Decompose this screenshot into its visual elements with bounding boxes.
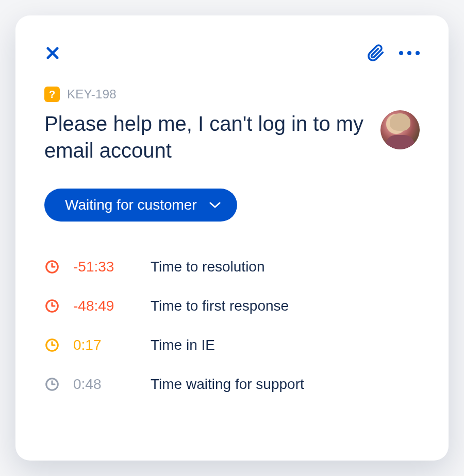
paperclip-icon (367, 44, 385, 62)
ticket-card: ? KEY-198 Please help me, I can't log in… (15, 15, 449, 461)
sla-list: -51:33 Time to resolution -48:49 Time to… (44, 259, 420, 393)
attach-button[interactable] (367, 44, 385, 62)
sla-value: -48:49 (73, 298, 151, 314)
clock-icon (44, 259, 73, 275)
chevron-down-icon (209, 201, 221, 209)
top-actions (367, 44, 420, 62)
sla-label: Time waiting for support (151, 376, 304, 393)
more-icon (399, 51, 403, 55)
sla-label: Time to resolution (151, 259, 265, 275)
status-dropdown[interactable]: Waiting for customer (44, 189, 237, 222)
issue-type-icon: ? (44, 87, 60, 102)
status-label: Waiting for customer (65, 197, 197, 213)
reporter-avatar[interactable] (380, 110, 420, 149)
more-button[interactable] (399, 51, 420, 55)
sla-row: -48:49 Time to first response (44, 298, 420, 314)
title-row: Please help me, I can't log in to my ema… (44, 110, 420, 164)
sla-value: -51:33 (73, 259, 151, 275)
clock-icon (44, 337, 73, 353)
close-icon (44, 45, 61, 61)
issue-key-row: ? KEY-198 (44, 87, 420, 102)
sla-label: Time in IE (151, 337, 215, 353)
sla-row: 0:17 Time in IE (44, 337, 420, 353)
sla-label: Time to first response (151, 298, 289, 314)
sla-row: -51:33 Time to resolution (44, 259, 420, 275)
sla-value: 0:17 (73, 337, 151, 353)
sla-row: 0:48 Time waiting for support (44, 376, 420, 393)
close-button[interactable] (44, 45, 61, 61)
issue-title: Please help me, I can't log in to my ema… (44, 110, 368, 164)
top-bar (44, 44, 420, 62)
clock-icon (44, 298, 73, 314)
clock-icon (44, 377, 73, 392)
sla-value: 0:48 (73, 376, 151, 393)
issue-key[interactable]: KEY-198 (67, 87, 117, 101)
